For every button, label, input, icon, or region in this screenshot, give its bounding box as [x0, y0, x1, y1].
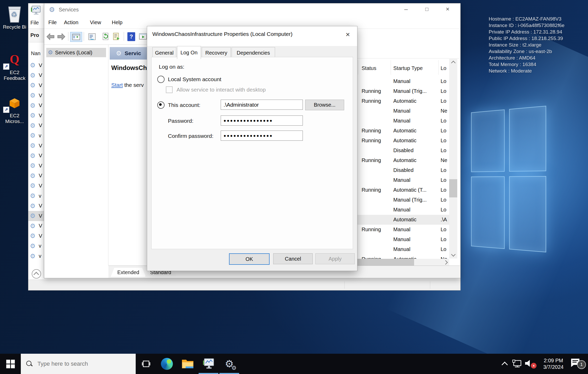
- services-window-titlebar[interactable]: ⚙ Services – □ ×: [44, 3, 460, 17]
- service-list-item[interactable]: ⚙V: [28, 111, 44, 121]
- service-list-item[interactable]: ⚙V: [28, 231, 44, 241]
- service-list-item[interactable]: ⚙V: [28, 171, 44, 181]
- column-header-status[interactable]: Status: [362, 65, 376, 71]
- service-list-item[interactable]: ⚙v: [28, 191, 44, 201]
- help-icon[interactable]: ?: [126, 32, 137, 41]
- service-list-item[interactable]: ⚙V: [28, 201, 44, 211]
- services-taskbar-button[interactable]: ⚙ ⚙: [219, 354, 240, 374]
- this-account-radio[interactable]: [157, 101, 165, 109]
- table-row[interactable]: DisabledLo: [357, 165, 449, 175]
- service-list-item[interactable]: ⚙V: [28, 141, 44, 151]
- network-icon[interactable]: [512, 359, 522, 368]
- perfmon-taskbar-button[interactable]: [198, 354, 219, 374]
- ok-button[interactable]: OK: [229, 253, 270, 265]
- desktop-icon-ec2-microsoft[interactable]: ↗ EC2 Micros...: [1, 98, 28, 124]
- background-window-file-menu[interactable]: File: [30, 20, 39, 26]
- vertical-scrollbar-thumb[interactable]: [449, 179, 457, 197]
- start-button[interactable]: [0, 354, 21, 374]
- table-row[interactable]: ManualLo: [357, 175, 449, 185]
- dialog-titlebar[interactable]: WindowsChaosInfrastructure Properties (L…: [147, 26, 357, 46]
- column-header-logon-as[interactable]: Lo: [441, 65, 446, 71]
- table-row[interactable]: Manual (Trig...Lo: [357, 195, 449, 205]
- search-input[interactable]: [37, 360, 124, 367]
- service-list-item[interactable]: ⚙V: [28, 60, 44, 70]
- cancel-button[interactable]: Cancel: [273, 253, 313, 264]
- table-row[interactable]: ManualLo: [357, 76, 449, 86]
- table-row[interactable]: ManualLo: [357, 235, 449, 244]
- export-list-icon[interactable]: [111, 32, 122, 41]
- confirm-password-input[interactable]: [221, 131, 303, 141]
- service-list-item[interactable]: ⚙V: [28, 151, 44, 161]
- taskbar-search[interactable]: [21, 354, 136, 374]
- interact-desktop-checkbox[interactable]: [166, 86, 173, 93]
- service-list-item[interactable]: ⚙V: [28, 100, 44, 111]
- properties-dialog[interactable]: WindowsChaosInfrastructure Properties (L…: [147, 26, 357, 271]
- column-header-startup-type[interactable]: Startup Type: [393, 65, 423, 71]
- start-service-icon[interactable]: [138, 32, 148, 41]
- table-row[interactable]: DisabledLo: [357, 146, 449, 156]
- taskbar-clock[interactable]: 2:09 PM 3/7/2024: [539, 357, 568, 370]
- service-list-item[interactable]: ⚙v: [28, 251, 44, 261]
- back-icon[interactable]: [45, 32, 56, 41]
- horizontal-scrollbar[interactable]: [357, 259, 449, 266]
- task-view-button[interactable]: [136, 354, 156, 374]
- service-list-item[interactable]: ⚙V: [28, 91, 44, 101]
- dialog-close-icon[interactable]: ×: [342, 29, 354, 40]
- apply-button[interactable]: Apply: [315, 253, 355, 264]
- password-input[interactable]: [221, 115, 303, 126]
- forward-icon[interactable]: [56, 32, 67, 41]
- service-list-item[interactable]: ⚙V: [28, 70, 44, 81]
- show-console-tree-icon[interactable]: [70, 32, 82, 42]
- table-row[interactable]: RunningManual (Trig...Lo: [357, 86, 449, 96]
- table-row[interactable]: RunningAutomaticLo: [357, 126, 449, 136]
- tree-item-services-local[interactable]: ⚙ Services (Local): [46, 48, 106, 57]
- scroll-right-icon[interactable]: [443, 260, 448, 265]
- table-row[interactable]: RunningManualLo: [357, 225, 449, 235]
- action-center-button[interactable]: 1: [570, 358, 584, 370]
- desktop-icon-ec2-feedback[interactable]: Q ↗ EC2 Feedback: [1, 54, 28, 81]
- tab-recovery[interactable]: Recovery: [202, 47, 231, 58]
- volume-muted-icon[interactable]: ×: [525, 359, 537, 369]
- table-row[interactable]: ManualLo: [357, 205, 449, 215]
- background-window-toolbar-text[interactable]: Pro: [30, 32, 39, 38]
- table-row[interactable]: RunningAutomaticLo: [357, 136, 449, 146]
- refresh-icon[interactable]: [100, 32, 111, 41]
- service-list-item[interactable]: ⚙V: [28, 181, 44, 191]
- menu-file[interactable]: File: [48, 20, 57, 25]
- edge-taskbar-button[interactable]: [156, 354, 177, 374]
- horizontal-scrollbar-thumb[interactable]: [357, 259, 414, 266]
- table-row[interactable]: ManualLo: [357, 244, 449, 254]
- service-list-item[interactable]: ⚙V: [28, 80, 44, 91]
- service-list-item[interactable]: ⚙v: [28, 131, 44, 141]
- scroll-up-icon[interactable]: [451, 61, 456, 65]
- service-list-item[interactable]: ⚙v: [28, 241, 44, 251]
- service-list-item[interactable]: ⚙V: [28, 221, 44, 231]
- local-system-radio[interactable]: [157, 76, 165, 83]
- table-row[interactable]: RunningAutomaticLo: [357, 96, 449, 106]
- table-row-selected[interactable]: Automatic.\A: [357, 215, 449, 225]
- minimize-button[interactable]: –: [398, 3, 414, 15]
- service-list-item-selected[interactable]: ⚙V: [28, 211, 44, 221]
- background-window-name-column-header[interactable]: Nan: [31, 50, 41, 56]
- tab-dependencies[interactable]: Dependencies: [232, 47, 275, 58]
- collapse-chevron-button[interactable]: [32, 269, 41, 279]
- menu-action[interactable]: Action: [64, 20, 79, 25]
- start-service-link[interactable]: Start: [111, 82, 123, 88]
- file-explorer-taskbar-button[interactable]: [177, 354, 198, 374]
- tab-extended[interactable]: Extended: [111, 268, 146, 277]
- menu-help[interactable]: Help: [112, 20, 122, 25]
- table-row[interactable]: RunningAutomatic (T...Lo: [357, 185, 449, 195]
- tab-log-on[interactable]: Log On: [177, 46, 201, 59]
- desktop-icon-recycle-bin[interactable]: ♲ Recycle Bi: [1, 4, 28, 30]
- tray-expand-icon[interactable]: [501, 362, 508, 368]
- service-list-item[interactable]: ⚙V: [28, 161, 44, 171]
- scroll-down-icon[interactable]: [451, 252, 456, 257]
- maximize-button[interactable]: □: [419, 3, 435, 15]
- close-button[interactable]: ×: [439, 3, 456, 15]
- vertical-scrollbar[interactable]: [449, 58, 457, 259]
- account-input[interactable]: [221, 100, 303, 110]
- service-list-item[interactable]: ⚙V: [28, 121, 44, 131]
- table-row[interactable]: ManualLo: [357, 116, 449, 126]
- properties-icon[interactable]: [86, 32, 98, 41]
- tab-general[interactable]: General: [152, 47, 176, 58]
